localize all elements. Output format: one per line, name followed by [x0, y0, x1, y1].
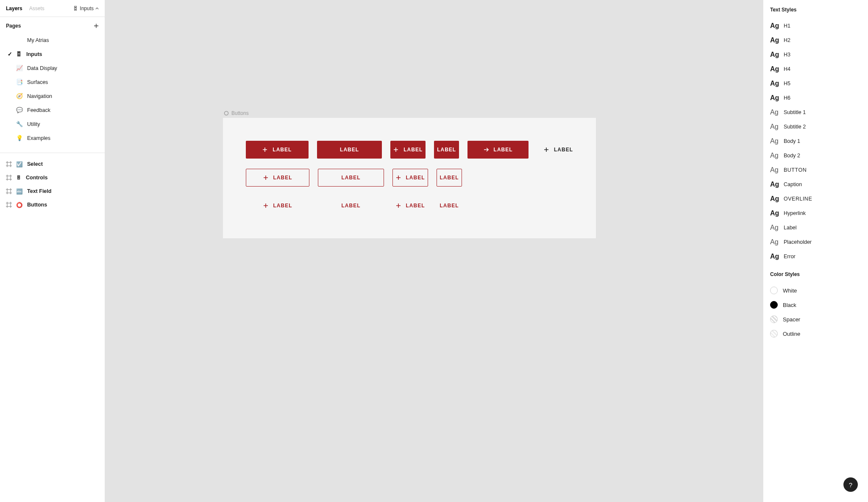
color-style-item[interactable]: White: [770, 283, 861, 298]
text-style-label: H4: [784, 66, 790, 72]
button-label: LABEL: [406, 203, 425, 209]
button-filled-icon-large[interactable]: LABEL: [246, 141, 309, 159]
tab-assets[interactable]: Assets: [29, 6, 45, 11]
button-outlined-large[interactable]: LABEL: [318, 169, 384, 187]
text-style-item[interactable]: AgBody 1: [770, 134, 861, 148]
button-outlined-icon-small[interactable]: LABEL: [392, 169, 428, 187]
text-style-sample: Ag: [770, 80, 779, 87]
text-style-item[interactable]: AgLabel: [770, 220, 861, 235]
page-item-inputs[interactable]: ✓ 🎛 Inputs: [0, 47, 105, 61]
text-style-item[interactable]: AgHyperlink: [770, 206, 861, 220]
pages-list: My Atrias ✓ 🎛 Inputs 📈 Data Display 📑 Su…: [0, 33, 105, 150]
button-filled-small[interactable]: LABEL: [434, 141, 459, 159]
text-style-item[interactable]: AgH5: [770, 76, 861, 91]
page-item-data-display[interactable]: 📈 Data Display: [0, 61, 105, 75]
tab-layers[interactable]: Layers: [6, 6, 22, 11]
right-panel: Text Styles AgH1AgH2AgH3AgH4AgH5AgH6AgSu…: [763, 0, 868, 502]
button-label: LABEL: [494, 147, 513, 153]
text-style-label: Hyperlink: [784, 210, 806, 216]
text-style-label: H5: [784, 81, 790, 86]
button-text-icon-large[interactable]: LABEL: [246, 197, 309, 215]
frame-item-controls[interactable]: 🎚 Controls: [0, 171, 105, 184]
plus-icon: [393, 147, 398, 152]
help-button[interactable]: ?: [843, 477, 858, 492]
text-style-item[interactable]: AgCaption: [770, 177, 861, 192]
text-style-label: H2: [784, 37, 790, 43]
frame-icon: [6, 202, 12, 208]
button-label: LABEL: [403, 147, 423, 153]
text-style-item[interactable]: AgBody 2: [770, 148, 861, 163]
button-filled-icon-small[interactable]: LABEL: [390, 141, 426, 159]
page-item-my-atrias[interactable]: My Atrias: [0, 33, 105, 47]
page-icon: 🔧: [16, 121, 23, 127]
page-item-surfaces[interactable]: 📑 Surfaces: [0, 75, 105, 89]
color-style-label: Black: [783, 302, 796, 308]
color-style-label: White: [783, 287, 797, 294]
text-style-sample: Ag: [770, 209, 779, 217]
button-label: LABEL: [554, 147, 573, 153]
page-item-examples[interactable]: 💡 Examples: [0, 131, 105, 145]
buttons-row-filled: LABEL LABEL LABEL LABEL LABEL LABEL: [246, 141, 573, 159]
color-swatch: [770, 315, 778, 323]
plus-icon: [396, 175, 401, 180]
text-style-item[interactable]: AgSubtitle 1: [770, 105, 861, 120]
button-label: LABEL: [273, 147, 292, 153]
pages-header: Pages: [0, 17, 105, 33]
color-style-label: Outline: [783, 331, 800, 337]
buttons-row-outlined: LABEL LABEL LABEL LABEL: [246, 169, 573, 187]
text-style-sample: Ag: [770, 195, 779, 203]
text-style-sample: Ag: [770, 22, 779, 30]
button-outlined-icon-large[interactable]: LABEL: [246, 169, 309, 187]
frame-emoji: 🎚: [16, 175, 22, 181]
arrow-right-icon: [484, 147, 489, 152]
text-style-item[interactable]: AgSubtitle 2: [770, 120, 861, 134]
text-style-sample: Ag: [770, 36, 779, 44]
button-filled-arrow[interactable]: LABEL: [467, 141, 529, 159]
page-item-navigation[interactable]: 🧭 Navigation: [0, 89, 105, 103]
page-label: Inputs: [26, 51, 42, 57]
text-style-item[interactable]: AgBUTTON: [770, 163, 861, 177]
page-icon: 🧭: [16, 93, 23, 99]
text-style-item[interactable]: AgH2: [770, 33, 861, 47]
text-style-item[interactable]: AgH3: [770, 47, 861, 62]
frame-item-text-field[interactable]: 🔤 Text Field: [0, 184, 105, 198]
text-style-sample: Ag: [770, 224, 779, 231]
text-style-sample: Ag: [770, 51, 779, 59]
frame-item-select[interactable]: ☑️ Select: [0, 157, 105, 171]
text-style-item[interactable]: AgH4: [770, 62, 861, 76]
plus-icon: [396, 203, 401, 208]
button-text-icon-small[interactable]: LABEL: [392, 197, 428, 215]
button-outlined-small[interactable]: LABEL: [437, 169, 462, 187]
button-label: LABEL: [342, 203, 361, 209]
page-item-utility[interactable]: 🔧 Utility: [0, 117, 105, 131]
button-label: LABEL: [273, 203, 292, 209]
frame-title[interactable]: Buttons: [224, 110, 249, 116]
button-ghost-icon[interactable]: LABEL: [544, 141, 573, 159]
button-label: LABEL: [437, 147, 456, 153]
button-label: LABEL: [340, 147, 359, 153]
text-style-item[interactable]: AgH1: [770, 19, 861, 33]
text-style-sample: Ag: [770, 166, 779, 174]
text-style-item[interactable]: AgPlaceholder: [770, 235, 861, 249]
button-text-small[interactable]: LABEL: [437, 197, 462, 215]
add-page-button[interactable]: [94, 23, 99, 28]
buttons-frame[interactable]: LABEL LABEL LABEL LABEL LABEL LABEL: [223, 118, 596, 238]
text-style-sample: Ag: [770, 65, 779, 73]
button-filled-large[interactable]: LABEL: [317, 141, 382, 159]
button-text-large[interactable]: LABEL: [318, 197, 384, 215]
page-label: Utility: [27, 121, 40, 127]
text-style-item[interactable]: AgH6: [770, 91, 861, 105]
color-style-item[interactable]: Outline: [770, 326, 861, 341]
plus-icon: [544, 147, 549, 152]
text-style-label: Body 1: [784, 138, 800, 144]
frame-label: Select: [27, 161, 43, 167]
text-style-item[interactable]: AgOVERLINE: [770, 192, 861, 206]
page-crumb[interactable]: 🎛 Inputs: [73, 6, 99, 11]
canvas[interactable]: Buttons LABEL LABEL LABEL LABEL LABEL: [105, 0, 763, 502]
page-item-feedback[interactable]: 💬 Feedback: [0, 103, 105, 117]
color-style-item[interactable]: Black: [770, 298, 861, 312]
frame-item-buttons[interactable]: ⭕ Buttons: [0, 198, 105, 212]
text-style-item[interactable]: AgError: [770, 249, 861, 264]
color-style-item[interactable]: Spacer: [770, 312, 861, 326]
text-style-label: H6: [784, 95, 790, 101]
